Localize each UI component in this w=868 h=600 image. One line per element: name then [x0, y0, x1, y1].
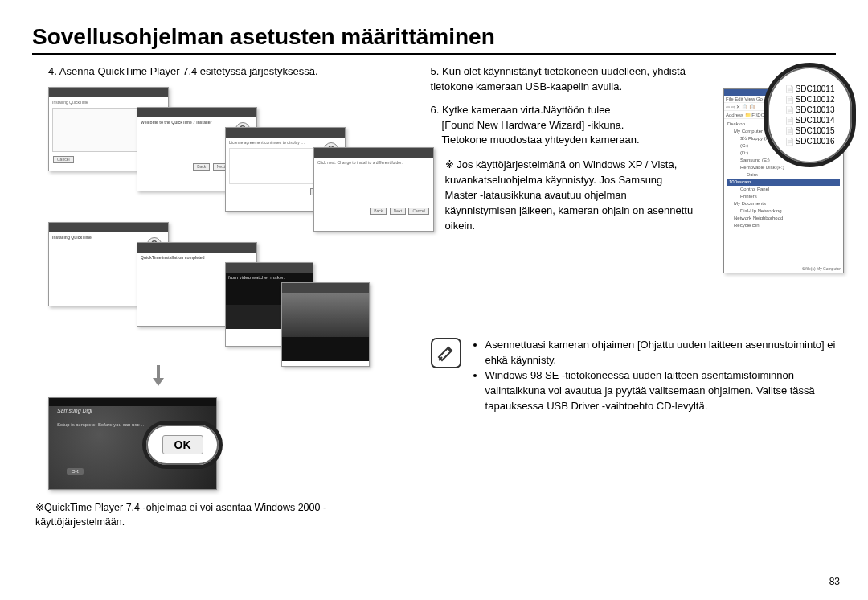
step-6-text: 6. Kytke kameraan virta.Näyttöön tulee […: [431, 103, 712, 149]
setup-complete-text: Setup is complete. Before you can use …: [57, 422, 145, 429]
tree-item[interactable]: Network Neighborhood: [727, 215, 840, 222]
back-button[interactable]: Back: [370, 208, 387, 216]
wizard-shot-4: Click next. Change to install to a diffe…: [313, 147, 434, 232]
note-body: Asennettuasi kameran ohjaimen [Ohjattu u…: [471, 338, 836, 413]
wizard-shot-8: [281, 282, 370, 367]
file-item[interactable]: SDC10013: [785, 105, 835, 114]
shot-caption: Welcome to the QuickTime 7 Installer: [141, 120, 211, 125]
page-title: Sovellusohjelman asetusten määrittäminen: [32, 24, 836, 55]
ok-button-zoom: OK: [142, 421, 223, 469]
xp-vista-note: ※ Jos käyttöjärjestelmänä on Windows XP …: [431, 158, 696, 233]
file-item[interactable]: SDC10016: [785, 137, 835, 146]
quicktime-win2000-footnote: ※QuickTime Player 7.4 -ohjelmaa ei voi a…: [32, 501, 407, 529]
step-6-line1: 6. Kytke kameraan virta.Näyttöön tulee: [431, 104, 611, 116]
explorer-statusbar: 6 file(s) My Computer: [724, 265, 843, 273]
shot-caption: Click next. Change to install to a diffe…: [317, 160, 403, 165]
shot-caption: License agreement continues to display …: [229, 140, 305, 145]
next-button[interactable]: Next: [390, 208, 406, 216]
cancel-button[interactable]: Cancel: [408, 208, 429, 216]
tree-item[interactable]: Control Panel: [727, 186, 840, 193]
note-bullet-2: Windows 98 SE -tietokoneessa uuden laitt…: [485, 368, 836, 414]
tree-item[interactable]: Dial-Up Networking: [727, 208, 840, 215]
file-item[interactable]: SDC10014: [785, 116, 835, 125]
shot-caption: QuickTime installation completed: [141, 255, 205, 260]
file-item[interactable]: SDC10015: [785, 126, 835, 135]
note-bullet-1: Asennettuasi kameran ohjaimen [Ohjattu u…: [485, 338, 836, 368]
info-note: Asennettuasi kameran ohjaimen [Ohjattu u…: [431, 338, 836, 413]
file-list-zoom: SDC10011 SDC10012 SDC10013 SDC10014 SDC1…: [764, 63, 856, 167]
file-item[interactable]: SDC10011: [785, 84, 835, 93]
ok-button[interactable]: OK: [162, 435, 203, 454]
step-6-line2: [Found New Hardware Wizard] -ikkuna.: [431, 119, 624, 131]
note-prefix-symbol: ※: [445, 158, 454, 171]
step-4-text: 4. Asenna QuickTime Player 7.4 esitetyss…: [32, 64, 407, 79]
xp-vista-note-text: Jos käyttöjärjestelmänä on Windows XP / …: [445, 158, 694, 231]
back-button[interactable]: Back: [193, 163, 210, 171]
left-column: 4. Asenna QuickTime Player 7.4 esitetyss…: [32, 64, 407, 529]
right-column: 5. Kun olet käynnistänyt tietokoneen uud…: [431, 64, 836, 529]
shot-caption: Installing QuickTime: [52, 235, 92, 240]
small-ok-button[interactable]: OK: [67, 468, 84, 475]
tree-item[interactable]: Recycle Bin: [727, 222, 840, 229]
setup-complete-screenshot: Samsung Digi Setup is complete. Before y…: [48, 397, 217, 490]
quicktime-install-shots-row1: Installing QuickTime Cancel Welcome to t…: [48, 87, 407, 216]
shot-caption: Installing QuickTime: [52, 100, 88, 105]
cancel-button[interactable]: Cancel: [53, 156, 74, 164]
step-5-text: 5. Kun olet käynnistänyt tietokoneen uud…: [431, 64, 712, 95]
arrow-down-icon: [153, 365, 164, 388]
brand-text: Samsung Digi: [57, 408, 92, 413]
tree-item[interactable]: Printers: [727, 193, 840, 200]
tree-item[interactable]: My Documents: [727, 200, 840, 208]
tree-item-selected[interactable]: 100sscam: [727, 179, 840, 186]
pencil-note-icon: [431, 338, 461, 368]
page-number: 83: [829, 576, 840, 587]
quicktime-install-shots-row2: Installing QuickTime Q Next QuickTime in…: [48, 222, 407, 359]
file-item[interactable]: SDC10012: [785, 95, 835, 104]
tree-item[interactable]: Dcim: [727, 171, 840, 179]
step-6-line3: Tietokone muodostaa yhteyden kameraan.: [431, 134, 640, 146]
